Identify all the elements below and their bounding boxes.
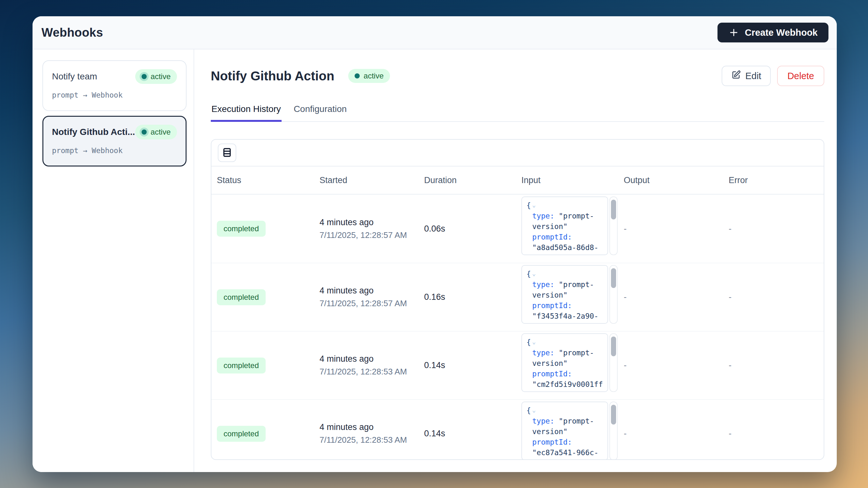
duration-cell: 0.16s	[419, 292, 516, 302]
column-header-status: Status	[211, 176, 314, 185]
tab-execution-history[interactable]: Execution History	[211, 104, 282, 122]
column-header-started: Started	[314, 176, 419, 185]
table-row[interactable]: completed 4 minutes ago 7/11/2025, 12:28…	[211, 194, 824, 263]
status-dot-icon	[142, 129, 147, 134]
output-cell: -	[618, 360, 723, 370]
chevron-down-icon: ⌄	[532, 406, 536, 414]
plus-icon	[728, 27, 739, 38]
create-webhook-label: Create Webhook	[745, 27, 817, 38]
table-view-toggle-button[interactable]	[218, 144, 236, 162]
started-relative: 4 minutes ago	[319, 354, 419, 364]
duration-cell: 0.14s	[419, 429, 516, 438]
json-scrollbar[interactable]	[609, 402, 618, 460]
app-header: Webhooks Create Webhook	[33, 16, 837, 50]
json-scrollbar[interactable]	[609, 265, 618, 324]
output-cell: -	[618, 429, 723, 438]
chevron-down-icon: ⌄	[532, 201, 536, 208]
status-badge: completed	[217, 289, 266, 305]
page-title: Webhooks	[41, 26, 103, 39]
input-json-viewer[interactable]: {⌄type: "prompt-version"promptId: "f3453…	[521, 265, 608, 324]
json-scrollbar[interactable]	[609, 196, 618, 255]
started-absolute: 7/11/2025, 12:28:53 AM	[319, 435, 419, 445]
output-cell: -	[618, 292, 723, 302]
status-badge: active	[348, 69, 390, 83]
input-json-viewer[interactable]: {⌄type: "prompt-version"promptId: "cm2fd…	[521, 333, 608, 392]
scrollbar-thumb[interactable]	[611, 336, 616, 356]
started-absolute: 7/11/2025, 12:28:53 AM	[319, 367, 419, 377]
started-absolute: 7/11/2025, 12:28:57 AM	[319, 230, 419, 240]
tab-configuration[interactable]: Configuration	[293, 104, 348, 122]
table-row[interactable]: completed 4 minutes ago 7/11/2025, 12:28…	[211, 263, 824, 331]
started-relative: 4 minutes ago	[319, 422, 419, 432]
sidebar-webhook-card[interactable]: Notify Github Acti... active prompt → We…	[42, 116, 187, 166]
create-webhook-button[interactable]: Create Webhook	[717, 23, 829, 42]
input-cell: {⌄type: "prompt-version"promptId: "f3453…	[516, 263, 618, 331]
started-cell: 4 minutes ago 7/11/2025, 12:28:53 AM	[314, 422, 419, 445]
webhook-title: Notify Github Action	[211, 69, 334, 83]
input-json-viewer[interactable]: {⌄type: "prompt-version"promptId: "a8ad5…	[521, 196, 608, 255]
scrollbar-thumb[interactable]	[611, 405, 616, 425]
edit-pencil-icon	[731, 70, 741, 82]
started-relative: 4 minutes ago	[319, 217, 419, 227]
started-cell: 4 minutes ago 7/11/2025, 12:28:57 AM	[314, 286, 419, 308]
status-badge-label: active	[151, 72, 170, 81]
status-badge: active	[135, 125, 177, 140]
status-dot-icon	[354, 73, 360, 79]
duration-cell: 0.14s	[419, 360, 516, 370]
json-scrollbar[interactable]	[609, 333, 618, 392]
started-absolute: 7/11/2025, 12:28:57 AM	[319, 299, 419, 308]
edit-button-label: Edit	[745, 71, 761, 81]
column-header-output: Output	[618, 176, 723, 185]
table-toolbar	[211, 140, 824, 166]
status-badge-label: active	[364, 71, 383, 80]
delete-button-label: Delete	[787, 71, 814, 81]
table-rows-icon	[222, 147, 232, 159]
started-cell: 4 minutes ago 7/11/2025, 12:28:57 AM	[314, 217, 419, 240]
error-cell: -	[723, 360, 824, 370]
webhook-detail-panel: Notify Github Action active Edit Delete	[194, 50, 837, 472]
detail-tabs: Execution HistoryConfiguration	[211, 104, 824, 122]
table-header-row: StatusStartedDurationInputOutputError	[211, 166, 824, 194]
delete-button[interactable]: Delete	[777, 66, 824, 86]
sidebar-webhook-card[interactable]: Notify team active prompt → Webhook	[42, 60, 187, 111]
webhook-card-title: Notify Github Acti...	[52, 127, 135, 137]
duration-cell: 0.06s	[419, 224, 516, 234]
status-badge-label: active	[151, 128, 170, 136]
edit-button[interactable]: Edit	[722, 66, 771, 86]
column-header-error: Error	[723, 176, 824, 185]
webhook-card-route: prompt → Webhook	[52, 146, 177, 155]
input-cell: {⌄type: "prompt-version"promptId: "cm2fd…	[516, 331, 618, 399]
webhook-sidebar: Notify team active prompt → Webhook Noti…	[33, 50, 194, 472]
status-badge: completed	[217, 426, 266, 442]
error-cell: -	[723, 429, 824, 438]
chevron-down-icon: ⌄	[532, 338, 536, 345]
error-cell: -	[723, 292, 824, 302]
column-header-duration: Duration	[419, 176, 516, 185]
scrollbar-thumb[interactable]	[611, 268, 616, 288]
error-cell: -	[723, 224, 824, 234]
status-badge: completed	[217, 221, 266, 237]
output-cell: -	[618, 224, 723, 234]
input-json-viewer[interactable]: {⌄type: "prompt-version"promptId: "ec87a…	[521, 402, 608, 460]
status-dot-icon	[142, 74, 147, 79]
chevron-down-icon: ⌄	[532, 270, 536, 277]
webhook-card-route: prompt → Webhook	[52, 91, 177, 99]
status-badge: completed	[217, 358, 266, 373]
webhooks-window: Webhooks Create Webhook Notify team acti…	[33, 16, 837, 472]
table-row[interactable]: completed 4 minutes ago 7/11/2025, 12:28…	[211, 331, 824, 399]
webhook-card-title: Notify team	[52, 71, 97, 82]
table-body: completed 4 minutes ago 7/11/2025, 12:28…	[211, 194, 824, 460]
input-cell: {⌄type: "prompt-version"promptId: "ec87a…	[516, 400, 618, 460]
scrollbar-thumb[interactable]	[611, 200, 616, 219]
started-cell: 4 minutes ago 7/11/2025, 12:28:53 AM	[314, 354, 419, 377]
started-relative: 4 minutes ago	[319, 286, 419, 296]
input-cell: {⌄type: "prompt-version"promptId: "a8ad5…	[516, 194, 618, 263]
table-row[interactable]: completed 4 minutes ago 7/11/2025, 12:28…	[211, 399, 824, 460]
status-badge: active	[135, 69, 177, 84]
column-header-input: Input	[516, 176, 618, 185]
execution-history-card: StatusStartedDurationInputOutputError co…	[211, 139, 824, 460]
